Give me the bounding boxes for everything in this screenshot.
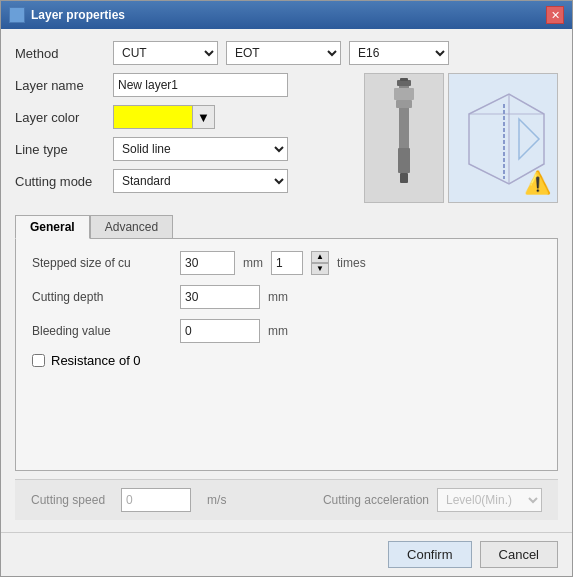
bleeding-value-row: Bleeding value mm xyxy=(32,319,541,343)
layer-color-label: Layer color xyxy=(15,110,105,125)
stepped-size-label: Stepped size of cu xyxy=(32,256,172,270)
warning-icon: ⚠️ xyxy=(524,170,551,196)
cutting-accel-section: Cutting acceleration Level0(Min.) xyxy=(323,488,542,512)
cutting-mode-row: Cutting mode Standard xyxy=(15,169,356,193)
dialog-title: Layer properties xyxy=(31,8,125,22)
cutting-speed-label: Cutting speed xyxy=(31,493,105,507)
layer-name-row: Layer name xyxy=(15,73,356,97)
color-picker[interactable]: ▼ xyxy=(113,105,215,129)
layer-color-row: Layer color ▼ xyxy=(15,105,356,129)
spinner: ▲ ▼ xyxy=(311,251,329,275)
color-swatch[interactable] xyxy=(113,105,193,129)
confirm-button[interactable]: Confirm xyxy=(388,541,472,568)
stepped-size-input1[interactable] xyxy=(180,251,235,275)
cutting-depth-input[interactable] xyxy=(180,285,260,309)
stepped-size-row: Stepped size of cu mm ▲ ▼ times xyxy=(32,251,541,275)
line-type-row: Line type Solid line xyxy=(15,137,356,161)
tab-advanced[interactable]: Advanced xyxy=(90,215,173,239)
resistance-label: Resistance of 0 xyxy=(51,353,141,368)
tool-svg xyxy=(374,78,434,198)
bleeding-value-label: Bleeding value xyxy=(32,324,172,338)
bleeding-value-input[interactable] xyxy=(180,319,260,343)
window-icon xyxy=(9,7,25,23)
stepped-size-unit1: mm xyxy=(243,256,263,270)
method-select-2[interactable]: EOT xyxy=(226,41,341,65)
cutting-speed-unit: m/s xyxy=(207,493,226,507)
close-button[interactable]: ✕ xyxy=(546,6,564,24)
chevron-down-icon: ▼ xyxy=(197,110,210,125)
spinner-down[interactable]: ▼ xyxy=(311,263,329,275)
cancel-button[interactable]: Cancel xyxy=(480,541,558,568)
cutting-depth-unit: mm xyxy=(268,290,288,304)
layer-name-input[interactable] xyxy=(113,73,288,97)
cutting-depth-label: Cutting depth xyxy=(32,290,172,304)
tab-header: General Advanced xyxy=(15,215,558,239)
left-form: Layer name Layer color ▼ Line type xyxy=(15,73,356,201)
bleeding-value-unit: mm xyxy=(268,324,288,338)
tool-image xyxy=(364,73,444,203)
method-label: Method xyxy=(15,46,105,61)
image-panels: ⚠️ xyxy=(364,73,558,203)
svg-rect-6 xyxy=(400,78,408,81)
method-row: Method CUT EOT E16 xyxy=(15,41,558,65)
tab-general-content: Stepped size of cu mm ▲ ▼ times Cutting … xyxy=(15,238,558,471)
spinner-up[interactable]: ▲ xyxy=(311,251,329,263)
color-dropdown-btn[interactable]: ▼ xyxy=(193,105,215,129)
svg-rect-2 xyxy=(396,100,412,108)
3d-preview-image: ⚠️ xyxy=(448,73,558,203)
line-type-select[interactable]: Solid line xyxy=(113,137,288,161)
title-bar-left: Layer properties xyxy=(9,7,125,23)
line-type-label: Line type xyxy=(15,142,105,157)
tab-general[interactable]: General xyxy=(15,215,90,239)
svg-rect-4 xyxy=(400,173,408,183)
dialog-window: Layer properties ✕ Method CUT EOT E16 La xyxy=(0,0,573,577)
layer-name-label: Layer name xyxy=(15,78,105,93)
cutting-mode-label: Cutting mode xyxy=(15,174,105,189)
svg-rect-1 xyxy=(394,88,414,100)
cutting-mode-select[interactable]: Standard xyxy=(113,169,288,193)
method-select-3[interactable]: E16 xyxy=(349,41,449,65)
cutting-accel-select: Level0(Min.) xyxy=(437,488,542,512)
cutting-accel-label: Cutting acceleration xyxy=(323,493,429,507)
dialog-body: Method CUT EOT E16 Layer name xyxy=(1,29,572,532)
title-bar: Layer properties ✕ xyxy=(1,1,572,29)
tabs-container: General Advanced Stepped size of cu mm ▲… xyxy=(15,215,558,471)
stepped-size-unit2: times xyxy=(337,256,366,270)
method-select-1[interactable]: CUT xyxy=(113,41,218,65)
resistance-checkbox[interactable] xyxy=(32,354,45,367)
stepped-size-input2[interactable] xyxy=(271,251,303,275)
bottom-section: Cutting speed m/s Cutting acceleration L… xyxy=(15,479,558,520)
resistance-row: Resistance of 0 xyxy=(32,353,541,368)
cutting-depth-row: Cutting depth mm xyxy=(32,285,541,309)
action-buttons-row: Confirm Cancel xyxy=(1,532,572,576)
cutting-speed-input xyxy=(121,488,191,512)
svg-rect-3 xyxy=(398,148,410,173)
